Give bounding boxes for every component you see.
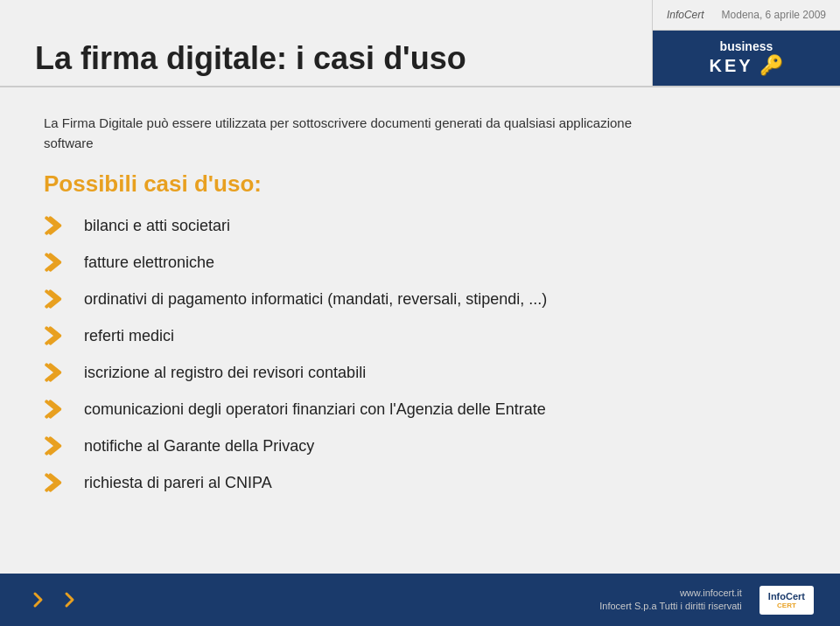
list-item: notifiche al Garante della Privacy (44, 434, 796, 458)
intro-text: La Firma Digitale può essere utilizzata … (44, 114, 656, 153)
possibili-title: Possibili casi d'uso: (44, 170, 796, 198)
infocert-logo: InfoCert CERT (760, 586, 814, 615)
infocert-label: InfoCert (667, 9, 704, 21)
list-item-text: richiesta di pareri al CNIPA (84, 474, 272, 492)
list-item: referti medici (44, 323, 796, 348)
chevron-icon (44, 360, 68, 385)
footer-arrows (26, 588, 82, 612)
list-item-text: comunicazioni degli operatori finanziari… (84, 400, 546, 419)
infocert-logo-text: InfoCert (768, 591, 805, 602)
list-item-text: iscrizione al registro dei revisori cont… (84, 364, 366, 382)
chevron-icon (44, 323, 68, 348)
chevron-icon (44, 213, 68, 238)
chevron-icon (44, 470, 68, 495)
next-arrow[interactable] (58, 588, 82, 612)
footer: www.infocert.it Infocert S.p.a Tutti i d… (0, 574, 840, 626)
header-left: La firma digitale: i casi d'uso (0, 0, 652, 86)
list-item-text: fatture elettroniche (84, 254, 214, 272)
slide: La firma digitale: i casi d'uso InfoCert… (0, 0, 840, 626)
list-item: ordinativi di pagamento informatici (man… (44, 287, 796, 311)
chevron-icon (44, 434, 68, 458)
list-item-text: ordinativi di pagamento informatici (man… (84, 290, 547, 309)
business-key-box: business KEY 🔑 (653, 31, 840, 86)
header-info: InfoCert Modena, 6 aprile 2009 (653, 0, 840, 31)
footer-text: www.infocert.it Infocert S.p.a Tutti i d… (599, 587, 742, 614)
key-icon: 🔑 (760, 54, 783, 76)
list-item: fatture elettroniche (44, 250, 796, 275)
header-right: InfoCert Modena, 6 aprile 2009 business … (652, 0, 840, 86)
header: La firma digitale: i casi d'uso InfoCert… (0, 0, 840, 87)
chevron-icon (44, 250, 68, 275)
footer-right: www.infocert.it Infocert S.p.a Tutti i d… (599, 586, 814, 615)
business-key-text: business KEY 🔑 (709, 39, 783, 77)
list-item-text: notifiche al Garante della Privacy (84, 437, 314, 456)
chevron-icon (44, 287, 68, 311)
list-item: comunicazioni degli operatori finanziari… (44, 397, 796, 421)
chevron-icon (44, 397, 68, 421)
main-content: La Firma Digitale può essere utilizzata … (0, 87, 840, 574)
list-item: richiesta di pareri al CNIPA (44, 470, 796, 495)
list-item: iscrizione al registro dei revisori cont… (44, 360, 796, 385)
list-items: bilanci e atti societari fatture elettro… (44, 213, 796, 495)
list-item-text: referti medici (84, 327, 174, 345)
list-item: bilanci e atti societari (44, 213, 796, 238)
page-title: La firma digitale: i casi d'uso (35, 40, 466, 77)
list-item-text: bilanci e atti societari (84, 217, 230, 235)
prev-arrow[interactable] (26, 588, 51, 612)
infocert-logo-sub: CERT (777, 602, 796, 609)
business-key-content: business KEY 🔑 (709, 39, 783, 77)
date-label: Modena, 6 aprile 2009 (722, 9, 826, 21)
